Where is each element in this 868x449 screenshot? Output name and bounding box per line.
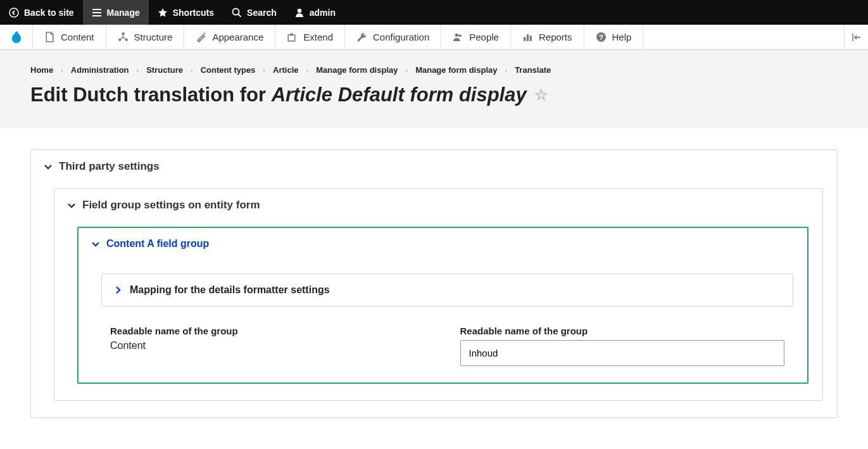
admin-structure[interactable]: Structure: [106, 25, 185, 49]
admin-configuration[interactable]: Configuration: [345, 25, 441, 49]
svg-point-3: [122, 32, 124, 35]
chart-icon: [522, 32, 533, 42]
admin-appearance-label: Appearance: [212, 32, 263, 42]
title-italic: Article Default form display: [272, 84, 527, 106]
file-icon: [44, 32, 55, 42]
admin-appearance[interactable]: Appearance: [184, 25, 275, 49]
back-icon: [9, 8, 19, 18]
translation-row: Readable name of the group Content Reada…: [101, 326, 793, 366]
toolbar: Back to site Manage Shortcuts Search adm…: [0, 0, 868, 25]
svg-rect-11: [527, 34, 529, 41]
chevron-down-icon: [91, 239, 100, 248]
breadcrumb-link[interactable]: Article: [273, 65, 298, 75]
chevron-right-icon: ›: [306, 66, 308, 74]
breadcrumb: Home› Administration› Structure› Content…: [30, 65, 838, 75]
admin-extend-label: Extend: [303, 32, 333, 42]
favorite-star-icon[interactable]: ☆: [534, 86, 548, 104]
svg-point-0: [9, 8, 18, 17]
menu-icon: [92, 8, 102, 18]
admin-reports[interactable]: Reports: [511, 25, 584, 49]
content: Third party settings Field group setting…: [0, 128, 868, 440]
people-icon: [453, 32, 463, 42]
chevron-right-icon: [113, 286, 122, 294]
admin-people[interactable]: People: [441, 25, 511, 49]
wrench-icon: [356, 32, 367, 42]
chevron-down-icon: [44, 162, 53, 171]
manage-label: Manage: [107, 8, 140, 18]
breadcrumb-link[interactable]: Manage form display: [316, 65, 398, 75]
field-group-label: Field group settings on entity form: [82, 199, 260, 212]
breadcrumb-link[interactable]: Structure: [146, 65, 183, 75]
shortcuts-button[interactable]: Shortcuts: [149, 0, 223, 25]
drop-icon: [9, 30, 24, 45]
admin-menu: Content Structure Appearance Extend Conf…: [0, 25, 868, 50]
chevron-right-icon: ›: [505, 66, 507, 74]
svg-point-8: [455, 34, 458, 37]
breadcrumb-link[interactable]: Administration: [71, 65, 129, 75]
svg-rect-10: [524, 37, 525, 41]
wand-icon: [196, 32, 206, 42]
chevron-right-icon: ›: [191, 66, 193, 74]
search-label: Search: [247, 8, 277, 18]
page-title: Edit Dutch translation for Article Defau…: [30, 84, 838, 106]
breadcrumb-link[interactable]: Translate: [515, 65, 551, 75]
collapse-button[interactable]: [844, 25, 868, 49]
svg-point-2: [298, 8, 301, 12]
source-value: Content: [110, 340, 435, 351]
star-icon: [158, 8, 168, 18]
manage-button[interactable]: Manage: [83, 0, 149, 25]
field-group-header[interactable]: Field group settings on entity form: [54, 189, 822, 222]
mapping-label: Mapping for the details formatter settin…: [130, 284, 330, 296]
search-icon: [232, 8, 242, 18]
breadcrumb-link[interactable]: Home: [30, 65, 53, 75]
header-region: Home› Administration› Structure› Content…: [0, 50, 868, 128]
puzzle-icon: [287, 32, 298, 42]
admin-help-label: Help: [612, 32, 632, 42]
translation-input[interactable]: [460, 340, 785, 366]
breadcrumb-link[interactable]: Manage form display: [415, 65, 497, 75]
translation-label: Readable name of the group: [460, 326, 785, 336]
third-party-panel: Third party settings Field group setting…: [30, 149, 838, 418]
chevron-right-icon: ›: [137, 66, 139, 74]
admin-help[interactable]: ?Help: [584, 25, 644, 49]
source-label: Readable name of the group: [110, 326, 435, 336]
content-a-label: Content A field group: [106, 238, 209, 250]
user-icon: [294, 8, 305, 18]
svg-rect-6: [288, 35, 295, 41]
content-a-header[interactable]: Content A field group: [79, 228, 807, 260]
user-label: admin: [310, 8, 336, 18]
title-prefix: Edit Dutch translation for: [30, 84, 272, 106]
back-label: Back to site: [24, 8, 74, 18]
field-group-panel: Field group settings on entity form Cont…: [54, 188, 823, 401]
breadcrumb-link[interactable]: Content types: [201, 65, 256, 75]
admin-configuration-label: Configuration: [373, 32, 429, 42]
collapse-icon: [852, 32, 862, 42]
admin-structure-label: Structure: [134, 32, 173, 42]
search-button[interactable]: Search: [223, 0, 286, 25]
admin-extend[interactable]: Extend: [275, 25, 345, 49]
help-icon: ?: [596, 32, 607, 42]
svg-point-9: [459, 34, 462, 37]
structure-icon: [118, 32, 129, 42]
shortcuts-label: Shortcuts: [173, 8, 214, 18]
chevron-right-icon: ›: [405, 66, 408, 74]
chevron-right-icon: ›: [263, 66, 265, 74]
svg-rect-12: [530, 35, 532, 41]
svg-point-1: [233, 8, 239, 15]
content-a-panel: Content A field group Mapping for the de…: [77, 227, 808, 384]
admin-people-label: People: [469, 32, 499, 42]
admin-reports-label: Reports: [539, 32, 572, 42]
admin-content-label: Content: [61, 32, 94, 42]
chevron-down-icon: [67, 201, 76, 210]
third-party-header[interactable]: Third party settings: [31, 150, 837, 183]
back-to-site-button[interactable]: Back to site: [0, 0, 83, 25]
svg-text:?: ?: [598, 33, 603, 41]
user-button[interactable]: admin: [286, 0, 344, 25]
third-party-label: Third party settings: [59, 160, 160, 173]
admin-content[interactable]: Content: [33, 25, 106, 49]
mapping-panel[interactable]: Mapping for the details formatter settin…: [101, 274, 793, 307]
chevron-right-icon: ›: [61, 66, 63, 74]
drupal-logo[interactable]: [0, 25, 33, 49]
svg-point-7: [291, 33, 293, 35]
